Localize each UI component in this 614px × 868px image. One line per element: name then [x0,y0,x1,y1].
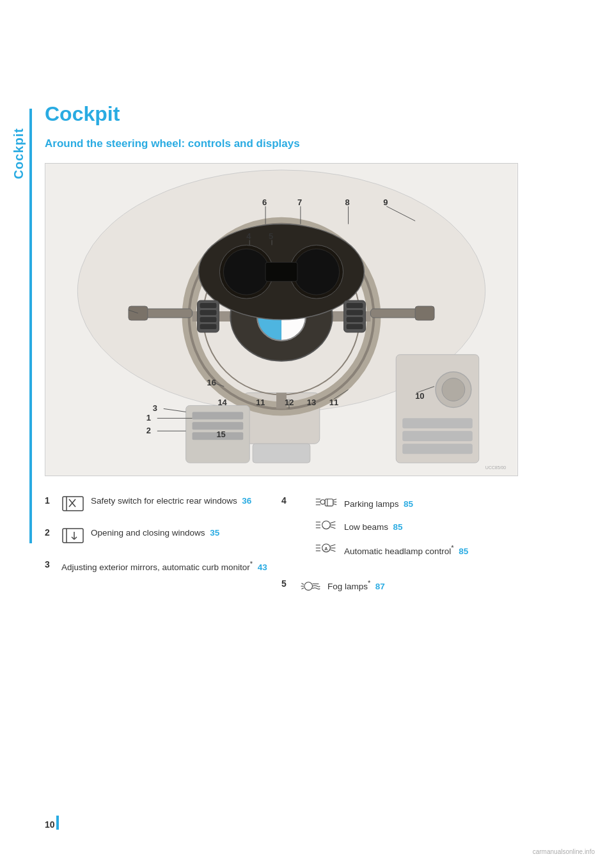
parking-lamps-text: Parking lamps 85 [344,497,413,511]
svg-text:9: 9 [383,198,388,207]
legend-text-1: Safety switch for electric rear windows … [91,494,251,508]
legend-text-3: Adjusting exterior mirrors, automatic cu… [61,558,267,573]
svg-text:6: 6 [262,198,267,207]
low-beams-icon [315,517,338,536]
legend-left-col: 1 Safety switch for electric rear window… [45,494,281,604]
svg-line-93 [333,504,336,505]
svg-line-109 [330,550,335,552]
svg-rect-24 [415,306,434,320]
auto-headlamp-icon: A [315,540,338,559]
page-number-bar [56,816,59,830]
legend-num-5: 5 [281,577,292,589]
svg-point-110 [304,582,313,591]
svg-rect-20 [265,262,297,281]
legend-num-1: 1 [45,494,55,506]
svg-point-98 [322,521,331,529]
svg-text:3: 3 [153,403,157,413]
svg-rect-26 [200,303,217,308]
low-beams-text: Low beams 85 [344,520,403,534]
svg-text:8: 8 [345,198,350,207]
legend-item-4: 4 [281,494,518,559]
svg-rect-36 [193,412,244,419]
svg-line-111 [301,584,304,585]
page-title: Cockpit [45,102,588,126]
svg-text:5: 5 [269,231,273,241]
svg-rect-27 [200,310,217,315]
svg-text:2: 2 [146,426,151,435]
fog-lamps-text: Fog lamps* 87 [327,577,385,593]
legend-item-3: 3 Adjusting exterior mirrors, automatic … [45,558,281,582]
legend-sub-lowbeams: Low beams 85 [315,517,468,536]
legend-sub-autoheadlamp: A Automatic headlamp control* 85 [315,540,468,559]
svg-text:16: 16 [207,378,216,387]
svg-rect-28 [200,317,217,322]
legend-sub-group-4: Parking lamps 85 [315,494,468,559]
svg-point-17 [223,249,269,295]
svg-rect-42 [402,418,473,428]
legend-text-2: Opening and closing windows 35 [91,526,219,539]
sidebar-label: Cockpit [12,128,29,179]
svg-line-107 [330,545,335,546]
svg-rect-43 [402,431,473,441]
legend-section: 1 Safety switch for electric rear window… [45,494,518,604]
svg-text:A: A [324,546,327,552]
legend-item-5: 5 Fog lamps [281,577,518,601]
svg-text:4: 4 [246,231,251,241]
left-accent-bar [29,109,32,543]
page-number: 10 [45,819,55,830]
fog-lamps-icon [298,577,321,596]
legend-num-4: 4 [281,494,292,506]
svg-text:1: 1 [146,413,151,422]
svg-rect-31 [347,303,363,308]
svg-rect-37 [193,422,244,430]
svg-rect-34 [347,324,363,329]
svg-rect-33 [347,317,363,322]
svg-point-89 [320,500,325,504]
svg-line-99 [330,522,335,523]
section-title: Around the steering wheel: controls and … [45,137,588,150]
legend-sub-parking: Parking lamps 85 [315,494,468,513]
svg-text:11: 11 [256,398,265,407]
watermark: carmanualsonline.info [533,848,595,855]
steering-wheel-diagram: 1 2 3 4 5 6 7 8 9 [45,163,518,476]
svg-rect-3 [253,444,310,463]
svg-rect-29 [200,324,217,329]
svg-line-113 [301,588,304,589]
svg-rect-44 [402,444,473,454]
svg-rect-32 [347,310,363,315]
svg-text:15: 15 [216,430,225,439]
svg-text:13: 13 [307,398,316,407]
svg-rect-81 [63,529,83,543]
svg-text:14: 14 [217,398,227,407]
safety-window-icon [61,494,84,513]
svg-line-92 [333,499,336,500]
svg-text:7: 7 [297,198,302,207]
parking-lamps-icon [315,494,338,513]
svg-point-41 [442,378,465,401]
svg-line-101 [330,527,335,529]
legend-num-2: 2 [45,526,55,538]
window-icon [61,526,84,545]
legend-item-1: 1 Safety switch for electric rear window… [45,494,281,518]
svg-rect-90 [325,499,333,506]
legend-item-2: 2 Opening and closing windows 35 [45,526,281,550]
auto-headlamp-text: Automatic headlamp control* 85 [344,542,468,557]
svg-point-19 [294,249,340,295]
svg-text:UCC85/00: UCC85/00 [485,465,507,470]
legend-right-col: 4 [281,494,518,604]
legend-num-3: 3 [45,558,55,570]
